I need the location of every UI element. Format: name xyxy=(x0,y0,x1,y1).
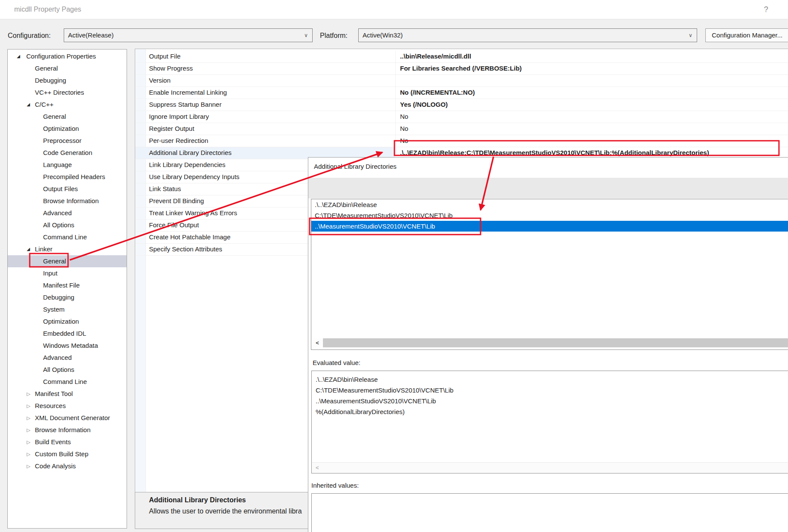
expand-icon[interactable]: ▷ xyxy=(27,400,30,412)
additional-library-directories-popup: Additional Library Directories .\..\EZAD… xyxy=(308,157,788,532)
chevron-down-icon: ∨ xyxy=(689,29,692,42)
property-name: Show Progress xyxy=(149,63,193,74)
expand-icon[interactable]: ▷ xyxy=(27,424,30,436)
tree-item-label: Command Line xyxy=(43,378,87,385)
tree-item-debugging[interactable]: Debugging xyxy=(8,291,127,303)
property-name: Specify Section Attributes xyxy=(149,244,222,255)
list-horizontal-scrollbar[interactable]: < xyxy=(312,338,788,347)
evaluated-value-line: .\..\EZAD\bin\Release xyxy=(312,374,788,385)
property-row[interactable]: Output File..\bin\Release/micdll.dll xyxy=(135,51,788,63)
evaluated-value-label: Evaluated value: xyxy=(313,359,360,366)
tree-item-command-line[interactable]: Command Line xyxy=(8,376,127,388)
tree-item-browse-information[interactable]: ▷Browse Information xyxy=(8,424,127,436)
tree-item-all-options[interactable]: All Options xyxy=(8,364,127,376)
tree-item-label: All Options xyxy=(43,366,74,373)
tree-item-general[interactable]: General xyxy=(8,255,127,267)
tree-item-manifest-file[interactable]: Manifest File xyxy=(8,279,127,291)
platform-dropdown[interactable]: Active(Win32) ∨ xyxy=(358,28,697,42)
scrollbar-thumb[interactable] xyxy=(323,338,788,347)
tree-item-output-files[interactable]: Output Files xyxy=(8,183,127,195)
help-icon[interactable]: ? xyxy=(764,0,768,19)
tree-item-label: Resources xyxy=(35,402,66,409)
expand-icon[interactable]: ▷ xyxy=(27,448,30,460)
property-row[interactable]: Suppress Startup BannerYes (/NOLOGO) xyxy=(135,99,788,111)
tree-item-label: Code Analysis xyxy=(35,462,76,470)
property-row[interactable]: Show ProgressFor Libraries Searched (/VE… xyxy=(135,63,788,75)
tree-item-advanced[interactable]: Advanced xyxy=(8,207,127,219)
evaluated-horizontal-scrollbar[interactable]: < xyxy=(312,462,788,473)
tree-item-embedded-idl[interactable]: Embedded IDL xyxy=(8,328,127,340)
tree-item-general[interactable]: General xyxy=(8,62,127,74)
property-row[interactable]: Per-user RedirectionNo xyxy=(135,135,788,147)
tree-item-linker[interactable]: ◢Linker xyxy=(8,243,127,255)
tree-item-label: Language xyxy=(43,161,72,168)
directory-list-item[interactable]: C:\TDE\MeasurementStudioVS2010\VCNET\Lib xyxy=(311,210,788,221)
tree-item-label: Manifest File xyxy=(43,281,80,289)
tree-item-configuration-properties[interactable]: ◢Configuration Properties xyxy=(8,50,127,62)
expand-icon[interactable]: ▷ xyxy=(27,412,30,424)
property-value[interactable]: No xyxy=(400,123,408,134)
configuration-manager-button[interactable]: Configuration Manager... xyxy=(705,28,788,42)
tree-item-label: Input xyxy=(43,269,57,277)
tree-item-vc-directories[interactable]: VC++ Directories xyxy=(8,87,127,99)
tree-item-windows-metadata[interactable]: Windows Metadata xyxy=(8,340,127,352)
tree-item-general[interactable]: General xyxy=(8,111,127,123)
tree-item-code-analysis[interactable]: ▷Code Analysis xyxy=(8,460,127,472)
evaluated-value-line: ..\MeasurementStudioVS2010\VCNET\Lib xyxy=(312,396,788,406)
tree-item-label: General xyxy=(43,257,66,265)
tree-item-custom-build-step[interactable]: ▷Custom Build Step xyxy=(8,448,127,460)
tree-item-preprocessor[interactable]: Preprocessor xyxy=(8,135,127,147)
property-name: Additional Library Directories xyxy=(149,147,232,158)
expand-icon[interactable]: ▷ xyxy=(27,460,30,472)
property-row[interactable]: Version xyxy=(135,75,788,87)
tree-item-system[interactable]: System xyxy=(8,303,127,315)
property-row[interactable]: Ignore Import LibraryNo xyxy=(135,111,788,123)
tree-item-all-options[interactable]: All Options xyxy=(8,219,127,231)
property-value[interactable]: ..\bin\Release/micdll.dll xyxy=(400,51,471,62)
tree-item-precompiled-headers[interactable]: Precompiled Headers xyxy=(8,171,127,183)
tree-item-command-line[interactable]: Command Line xyxy=(8,231,127,243)
tree-item-label: Code Generation xyxy=(43,149,92,156)
scroll-left-icon[interactable]: < xyxy=(312,338,323,347)
tree-item-debugging[interactable]: Debugging xyxy=(8,74,127,87)
collapse-icon[interactable]: ◢ xyxy=(17,50,20,62)
tree-item-label: Preprocessor xyxy=(43,137,81,144)
tree-item-code-generation[interactable]: Code Generation xyxy=(8,147,127,159)
directory-list-item[interactable]: .\..\EZAD\bin\Release xyxy=(311,199,788,210)
tree-item-advanced[interactable]: Advanced xyxy=(8,352,127,364)
chevron-down-icon: ∨ xyxy=(304,29,308,42)
configuration-dropdown[interactable]: Active(Release) ∨ xyxy=(64,28,313,42)
property-value[interactable]: For Libraries Searched (/VERBOSE:Lib) xyxy=(400,63,522,74)
collapse-icon[interactable]: ◢ xyxy=(27,99,30,111)
tree-item-optimization[interactable]: Optimization xyxy=(8,315,127,328)
description-text: Allows the user to override the environm… xyxy=(149,507,302,515)
tree-item-label: Command Line xyxy=(43,233,87,241)
tree-item-optimization[interactable]: Optimization xyxy=(8,123,127,135)
expand-icon[interactable]: ▷ xyxy=(27,388,30,400)
tree-item-c-c-[interactable]: ◢C/C++ xyxy=(8,99,127,111)
collapse-icon[interactable]: ◢ xyxy=(27,243,30,255)
tree-item-manifest-tool[interactable]: ▷Manifest Tool xyxy=(8,388,127,400)
tree-item-resources[interactable]: ▷Resources xyxy=(8,400,127,412)
window-title: micdll Property Pages xyxy=(14,0,81,19)
tree-item-build-events[interactable]: ▷Build Events xyxy=(8,436,127,448)
tree-item-label: Custom Build Step xyxy=(35,450,88,458)
property-value[interactable]: Yes (/NOLOGO) xyxy=(400,99,448,110)
property-value[interactable]: No xyxy=(400,111,408,122)
directories-listbox[interactable]: .\..\EZAD\bin\ReleaseC:\TDE\MeasurementS… xyxy=(311,199,788,350)
property-row[interactable]: Enable Incremental LinkingNo (/INCREMENT… xyxy=(135,87,788,99)
evaluated-value-line: C:\TDE\MeasurementStudioVS2010\VCNET\Lib xyxy=(312,385,788,396)
property-name: Output File xyxy=(149,51,180,62)
property-value[interactable]: No (/INCREMENTAL:NO) xyxy=(400,87,475,98)
expand-icon[interactable]: ▷ xyxy=(27,436,30,448)
directory-list-item[interactable]: ..\MeasurementStudioVS2010\VCNET\Lib xyxy=(311,221,788,232)
property-value[interactable]: No xyxy=(400,135,408,146)
tree-item-label: Debugging xyxy=(35,77,66,84)
property-row[interactable]: Register OutputNo xyxy=(135,123,788,135)
inherited-values-box xyxy=(311,493,788,532)
tree-item-xml-document-generator[interactable]: ▷XML Document Generator xyxy=(8,412,127,424)
tree-item-browse-information[interactable]: Browse Information xyxy=(8,195,127,207)
tree-item-input[interactable]: Input xyxy=(8,267,127,279)
scroll-left-icon[interactable]: < xyxy=(316,463,319,473)
tree-item-language[interactable]: Language xyxy=(8,159,127,171)
